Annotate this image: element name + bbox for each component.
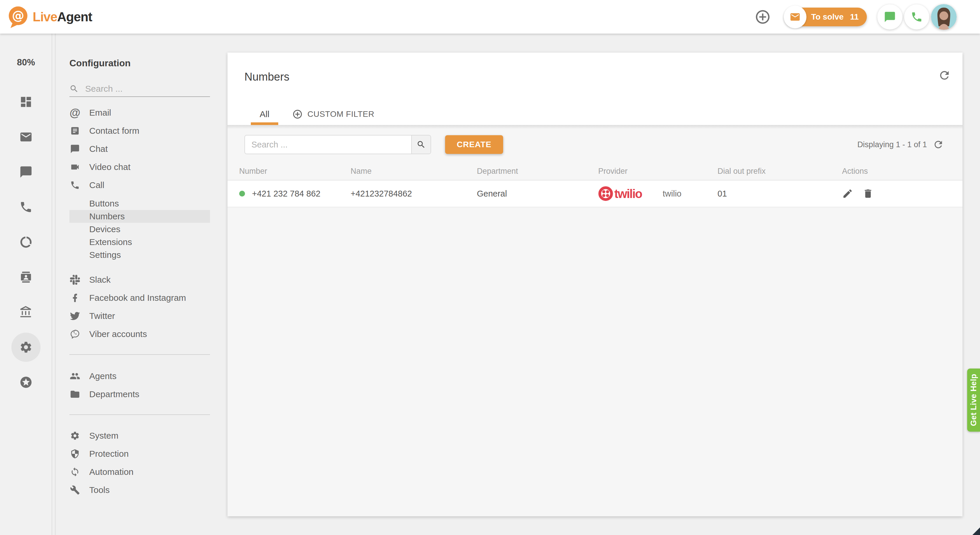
sidebar-item-label: Agents — [89, 371, 116, 381]
phone-icon — [69, 180, 81, 190]
sidebar-item-extensions[interactable]: Extensions — [69, 236, 210, 249]
dial-out-prefix-cell: 01 — [718, 189, 842, 199]
at-sign-icon: @ — [69, 107, 81, 118]
circled-plus-icon — [292, 109, 303, 120]
column-header-actions: Actions — [842, 167, 963, 176]
config-search-input[interactable] — [85, 84, 210, 94]
config-search — [69, 81, 210, 97]
list-toolbar: CREATE Displaying 1 - 1 of 1 — [244, 125, 944, 154]
sidebar-item-contact-form[interactable]: Contact form — [69, 122, 210, 140]
config-sidebar-scrollbar[interactable] — [55, 34, 56, 535]
sidebar-item-devices[interactable]: Devices — [69, 223, 210, 236]
rail-gamification-button[interactable] — [11, 368, 41, 397]
number-cell: +421 232 784 862 — [239, 189, 351, 199]
to-solve-button[interactable]: To solve 11 — [784, 8, 867, 26]
config-sidebar-title: Configuration — [69, 58, 130, 69]
calls-button[interactable] — [904, 5, 929, 29]
sidebar-item-buttons[interactable]: Buttons — [69, 197, 210, 210]
rail-divider — [52, 34, 52, 535]
chat-icon — [69, 144, 81, 154]
sidebar-item-label: Protection — [89, 449, 129, 459]
rail-items — [11, 87, 41, 397]
sidebar-item-label: Call — [89, 180, 104, 190]
corner-resize-mark — [972, 527, 980, 535]
sidebar-item-settings[interactable]: Settings — [69, 249, 210, 261]
get-live-help-button[interactable]: Get Live Help — [967, 369, 980, 432]
page-title: Numbers — [244, 71, 290, 83]
rail-customers-button[interactable] — [11, 262, 41, 292]
rail-billing-button[interactable] — [11, 297, 41, 327]
rail-social-button[interactable] — [11, 227, 41, 257]
column-header-number: Number — [239, 167, 351, 176]
svg-text:twilio: twilio — [614, 187, 642, 201]
sidebar-item-system[interactable]: System — [69, 426, 210, 445]
sidebar-item-video-chat[interactable]: Video chat — [69, 158, 210, 176]
svg-text:@: @ — [12, 8, 24, 23]
sidebar-item-label: Twitter — [89, 311, 115, 321]
sidebar-item-numbers[interactable]: Numbers — [69, 210, 210, 223]
delete-icon[interactable] — [862, 188, 873, 199]
gear-icon — [19, 340, 33, 354]
rail-tickets-button[interactable] — [11, 122, 41, 152]
provider-name: twilio — [663, 189, 681, 199]
sidebar-item-label: Facebook and Instagram — [89, 293, 186, 303]
sidebar-item-call[interactable]: Call — [69, 176, 210, 194]
numbers-table: Number Name Department Provider Dial out… — [228, 162, 963, 208]
phone-icon — [911, 11, 923, 23]
slack-icon — [69, 275, 81, 285]
sidebar-item-automation[interactable]: Automation — [69, 463, 210, 481]
tab-custom-filter[interactable]: CUSTOM FILTER — [292, 103, 374, 125]
topbar-actions: To solve 11 — [754, 0, 957, 34]
people-icon — [69, 371, 81, 382]
folder-icon — [69, 389, 81, 399]
sidebar-item-protection[interactable]: Protection — [69, 445, 210, 463]
add-new-button[interactable] — [754, 9, 771, 25]
sidebar-item-label: System — [89, 431, 118, 441]
column-header-name: Name — [351, 167, 477, 176]
phone-icon — [19, 200, 33, 214]
user-avatar[interactable] — [931, 4, 957, 30]
search-submit-button[interactable] — [411, 136, 431, 153]
sidebar-item-chat[interactable]: Chat — [69, 140, 210, 158]
sidebar-item-twitter[interactable]: Twitter — [69, 307, 210, 325]
data-usage-icon — [19, 235, 33, 249]
sidebar-item-slack[interactable]: Slack — [69, 271, 210, 289]
sidebar-item-label: Departments — [89, 389, 139, 399]
actions-cell — [842, 188, 963, 199]
sidebar-item-facebook-instagram[interactable]: Facebook and Instagram — [69, 289, 210, 307]
refresh-panel-button[interactable] — [938, 69, 951, 83]
sidebar-item-label: Viber accounts — [89, 329, 147, 339]
rail-calls-button[interactable] — [11, 192, 41, 222]
sidebar-item-email[interactable]: @ Email — [69, 104, 210, 122]
to-solve-label: To solve — [811, 12, 844, 22]
sidebar-divider — [69, 414, 210, 415]
list-search — [244, 135, 431, 154]
list-search-input[interactable] — [245, 136, 411, 153]
liveagent-app: @ LiveAgent To solve 11 — [0, 0, 980, 535]
dashboard-icon — [19, 95, 33, 109]
document-icon — [69, 126, 81, 136]
edit-icon[interactable] — [842, 188, 853, 199]
numbers-panel: Numbers All CUSTOM FILTER — [228, 53, 963, 516]
gear-icon — [69, 431, 81, 441]
create-button[interactable]: CREATE — [445, 135, 503, 154]
name-cell: +421232784862 — [351, 189, 477, 199]
table-header-row: Number Name Department Provider Dial out… — [228, 162, 963, 180]
rail-configuration-button[interactable] — [11, 333, 41, 362]
tab-all[interactable]: All — [251, 103, 278, 125]
sync-icon — [69, 467, 81, 477]
refresh-list-button[interactable] — [933, 139, 944, 150]
sidebar-item-tools[interactable]: Tools — [69, 481, 210, 499]
sidebar-item-agents[interactable]: Agents — [69, 367, 210, 385]
sidebar-item-label: Slack — [89, 275, 111, 285]
envelope-icon — [784, 6, 807, 28]
chats-button[interactable] — [877, 5, 902, 29]
liveagent-logo[interactable]: @ LiveAgent — [5, 5, 92, 29]
to-solve-count: 11 — [850, 12, 859, 22]
rail-chats-button[interactable] — [11, 157, 41, 187]
sidebar-item-viber[interactable]: Viber accounts — [69, 325, 210, 343]
sidebar-item-departments[interactable]: Departments — [69, 385, 210, 403]
rail-dashboard-button[interactable] — [11, 87, 41, 117]
brand-text: LiveAgent — [33, 10, 92, 24]
videocam-icon — [69, 162, 81, 172]
